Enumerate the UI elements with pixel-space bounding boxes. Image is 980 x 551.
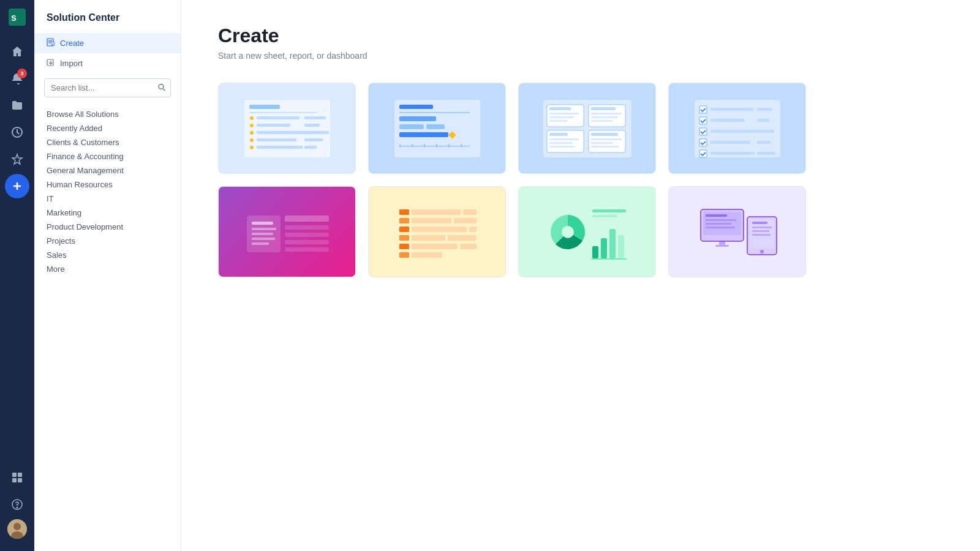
svg-rect-71 <box>699 106 707 113</box>
tasklist-card-image <box>669 83 805 173</box>
workapps-card[interactable]: WorkApps <box>668 186 806 277</box>
svg-rect-124 <box>592 215 617 217</box>
form-card[interactable]: Form <box>218 186 356 277</box>
sidebar-recently-added[interactable]: Recently Added <box>34 121 181 135</box>
svg-rect-73 <box>757 108 772 111</box>
sidebar: Solution Center Create Import <box>34 0 181 551</box>
svg-rect-89 <box>252 233 273 235</box>
sidebar-finance-accounting[interactable]: Finance & Accounting <box>34 149 181 163</box>
search-input[interactable] <box>44 78 171 97</box>
nav-bar: s 3 <box>0 0 34 551</box>
tasklist-card[interactable]: Task List <box>668 83 806 174</box>
svg-rect-39 <box>426 124 445 129</box>
svg-rect-74 <box>699 117 707 124</box>
svg-rect-131 <box>706 223 731 225</box>
svg-rect-121 <box>618 235 624 258</box>
svg-rect-69 <box>591 146 619 148</box>
svg-rect-57 <box>591 113 622 114</box>
clock-nav-icon[interactable] <box>5 120 29 144</box>
svg-rect-79 <box>757 130 774 133</box>
main-content: Create Start a new sheet, report, or das… <box>181 0 980 551</box>
svg-rect-140 <box>752 230 769 232</box>
sidebar-clients-customers[interactable]: Clients & Customers <box>34 135 181 149</box>
svg-rect-3 <box>12 473 17 477</box>
project-card[interactable]: Project <box>368 83 506 174</box>
report-card[interactable]: Report <box>368 186 506 277</box>
cards-grid: Grid <box>218 83 806 277</box>
svg-rect-141 <box>752 234 771 236</box>
svg-rect-48 <box>399 146 470 147</box>
sidebar-product-development[interactable]: Product Development <box>34 220 181 234</box>
home-nav-icon[interactable] <box>5 39 29 64</box>
project-card-image <box>369 83 505 173</box>
report-card-label: Report <box>369 277 505 277</box>
svg-rect-20 <box>257 116 300 119</box>
sidebar-marketing[interactable]: Marketing <box>34 206 181 220</box>
svg-rect-104 <box>399 227 409 232</box>
svg-point-10 <box>13 523 21 530</box>
svg-rect-35 <box>399 105 433 109</box>
sidebar-browse-all[interactable]: Browse All Solutions <box>34 107 181 121</box>
cards-card-image <box>519 83 655 173</box>
dashboard-card[interactable]: Dashboard/Portal <box>518 186 656 277</box>
grid-nav-icon[interactable] <box>5 465 29 490</box>
svg-point-15 <box>159 84 164 89</box>
svg-rect-56 <box>591 107 616 110</box>
import-label: Import <box>60 59 83 68</box>
svg-rect-96 <box>285 247 329 252</box>
user-avatar[interactable] <box>7 519 27 539</box>
tasklist-card-label: Task List <box>669 173 805 174</box>
svg-rect-37 <box>399 116 436 121</box>
svg-rect-24 <box>304 124 320 127</box>
svg-rect-118 <box>592 246 598 258</box>
star-nav-icon[interactable] <box>5 147 29 171</box>
form-card-image <box>219 187 355 277</box>
dashboard-card-label: Dashboard/Portal <box>519 277 655 277</box>
sidebar-it[interactable]: IT <box>34 192 181 206</box>
svg-rect-105 <box>412 227 467 232</box>
svg-rect-130 <box>706 219 736 221</box>
svg-rect-87 <box>252 222 273 225</box>
workapps-card-image <box>669 187 805 277</box>
svg-rect-72 <box>710 108 753 111</box>
svg-rect-112 <box>460 244 477 249</box>
svg-rect-91 <box>252 242 269 245</box>
svg-rect-99 <box>412 209 461 215</box>
create-nav-icon[interactable] <box>5 174 29 198</box>
svg-rect-6 <box>18 478 22 482</box>
svg-rect-40 <box>399 132 448 137</box>
svg-rect-139 <box>752 227 772 228</box>
svg-rect-122 <box>591 258 627 260</box>
svg-rect-106 <box>469 227 477 232</box>
sidebar-more[interactable]: More <box>34 262 181 276</box>
cards-card-label: Cards <box>519 173 655 174</box>
svg-point-31 <box>250 146 254 149</box>
sidebar-sales[interactable]: Sales <box>34 248 181 262</box>
create-item-icon <box>47 38 55 48</box>
sidebar-projects[interactable]: Projects <box>34 234 181 248</box>
svg-rect-76 <box>757 119 769 122</box>
svg-rect-129 <box>706 214 727 217</box>
help-nav-icon[interactable] <box>5 492 29 517</box>
grid-card[interactable]: Grid <box>218 83 356 174</box>
sidebar-human-resources[interactable]: Human Resources <box>34 178 181 192</box>
svg-rect-119 <box>601 238 607 258</box>
folder-nav-icon[interactable] <box>5 93 29 118</box>
search-icon[interactable] <box>157 83 166 93</box>
svg-rect-52 <box>549 113 579 114</box>
sidebar-item-import[interactable]: Import <box>34 53 181 73</box>
svg-rect-29 <box>257 138 296 141</box>
svg-rect-88 <box>252 228 276 230</box>
svg-rect-5 <box>12 478 17 482</box>
sidebar-general-management[interactable]: General Management <box>34 163 181 178</box>
svg-rect-83 <box>699 150 707 157</box>
cards-card[interactable]: Cards <box>518 83 656 174</box>
page-title: Create <box>218 24 943 47</box>
import-item-icon <box>47 58 55 69</box>
svg-point-22 <box>250 124 254 127</box>
sidebar-item-create[interactable]: Create <box>34 33 181 53</box>
svg-rect-21 <box>304 116 326 119</box>
bell-nav-icon[interactable]: 3 <box>5 66 29 91</box>
svg-rect-120 <box>609 229 616 258</box>
svg-text:s: s <box>11 12 17 23</box>
